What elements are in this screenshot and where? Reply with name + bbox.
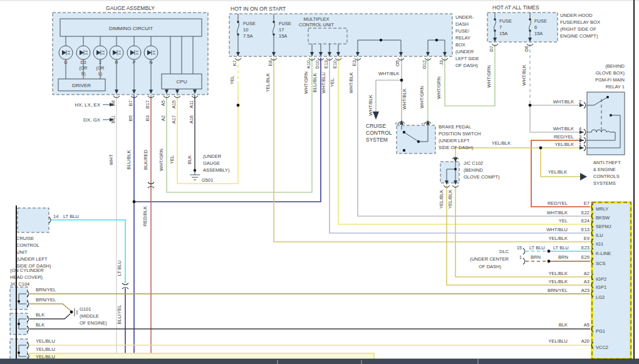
pin-label: E10 xyxy=(332,60,338,68)
fuse10-label: 7.5A xyxy=(243,33,252,39)
wire-label: WHT/BLK xyxy=(378,71,399,76)
pin-label: E3 xyxy=(351,60,357,66)
wire-yel-blk-igp xyxy=(447,186,590,285)
wiring-diagram-page: GAUGE ASSEMBLY DIMMING CIRCUIT DRIVER CP… xyxy=(0,0,639,364)
wire-lt-blu-cruise xyxy=(51,220,125,359)
antitheft-arrow xyxy=(580,173,587,180)
wire-label: WHT/BLK xyxy=(553,99,574,105)
wire-label: BLK xyxy=(187,155,192,164)
wire-label: WHT xyxy=(108,154,114,165)
wire-label: YEL/BLK xyxy=(447,190,453,209)
fuse17-label: 17 xyxy=(279,27,284,33)
dimming-circuit-label: DIMMING CIRCUIT xyxy=(109,26,153,31)
g501-note: ASSEMBLY) xyxy=(203,167,230,173)
led-label: L) xyxy=(98,71,102,76)
wire-label: WHT/BLK xyxy=(402,88,407,109)
underdash-note: LEFT SIDE xyxy=(455,56,479,61)
bottom-bar[interactable] xyxy=(0,359,639,364)
pin-label: A5 xyxy=(160,100,166,106)
pin-label: E13 xyxy=(323,60,329,68)
wire-label: YEL xyxy=(559,218,568,224)
antitheft-label: SYSTEMS xyxy=(593,180,616,186)
wire-brn-yel-lg2 xyxy=(29,294,590,311)
cruise-system-arrow xyxy=(373,112,379,120)
underhood-note: ENGINE COMPT) xyxy=(560,33,598,39)
wire-label: BRN xyxy=(558,254,568,260)
pin-label: 3 xyxy=(579,134,581,140)
ecm-terminal: PG1 xyxy=(596,328,605,334)
fuse6-label: FUSE xyxy=(534,18,547,24)
brake-switch-note: SIDE OF DASH) xyxy=(439,145,474,150)
wire-label: YEL/BLK xyxy=(549,236,568,241)
pin-label: B5 xyxy=(128,115,133,121)
pin-label: A23 xyxy=(581,288,590,293)
hot-all-title: HOT AT ALL TIMES xyxy=(492,4,539,11)
wire-label: BRN/YEL xyxy=(548,288,568,293)
wire-label: YEL/BLK xyxy=(548,169,567,175)
wire-label: BLK xyxy=(36,322,44,328)
pin-label: 4 xyxy=(579,126,581,132)
g501-ground-icon xyxy=(190,169,200,180)
dlc-label: OF DASH) xyxy=(479,264,501,269)
pin-label: 1 xyxy=(519,254,522,260)
wire-label: YEL xyxy=(169,155,175,164)
wire-wht-blk-relay-feed xyxy=(530,44,584,132)
pin-label: K10 xyxy=(306,60,311,68)
wire-label: BRN/YEL xyxy=(36,287,56,293)
wire-label: BLK/RED xyxy=(143,149,148,170)
led-label: 2 xyxy=(99,60,101,65)
led-label: R xyxy=(115,60,118,65)
ecm-terminal: MRLY xyxy=(596,206,608,212)
wire-label: BLK xyxy=(36,312,44,318)
led-label: (OR xyxy=(80,66,88,71)
wire-label: WHT/BLK xyxy=(368,95,373,115)
pin-label: E7 xyxy=(584,200,590,206)
pin-label: B17 xyxy=(145,100,150,108)
fuse7-label: 15A xyxy=(499,31,507,36)
jc-c102-label: (BEHIND xyxy=(464,167,483,173)
pin-label: B7 xyxy=(128,100,133,106)
ecm-terminal: ILU xyxy=(596,232,603,238)
wire-label: BLK xyxy=(559,322,568,328)
ecm-terminal: VCC2 xyxy=(596,345,608,350)
jc-c102-label: GLOVE COMPT) xyxy=(464,174,500,180)
pin-label: E9 xyxy=(584,236,590,241)
wire-label: LT BLU xyxy=(529,245,545,251)
relay-note: GLOVE BOX) xyxy=(596,70,625,76)
relay-note: RELAY 1 xyxy=(606,84,625,90)
fuse7-label: FUSE xyxy=(499,18,512,24)
pin-label: K7 xyxy=(232,60,237,66)
underdash-note: OF DASH) xyxy=(455,63,478,68)
pin-label: D7 xyxy=(489,46,494,52)
cruise-unit-note: UNIT xyxy=(16,249,28,255)
brake-switch-note: POSITION SWITCH xyxy=(439,131,481,137)
led-label: P xyxy=(133,60,136,65)
pin-label: E24 xyxy=(581,218,590,224)
wire-label: YEL/BLK xyxy=(555,142,574,147)
pin-label: A5 xyxy=(584,322,590,328)
pin-label: B8 xyxy=(110,100,116,106)
wire-label: YEL/BLU xyxy=(548,338,568,344)
pin-label: A2 xyxy=(160,115,166,121)
underdash-note: UNDER- xyxy=(455,14,474,20)
wire-label: BLU/BLK xyxy=(126,150,132,170)
pin-label: 14 xyxy=(53,214,58,219)
cruise-system-label: SYSTEM xyxy=(366,137,388,143)
pin-label: 15 xyxy=(517,245,522,251)
cruise-unit-note: CONTROL xyxy=(16,242,39,248)
fuse6-label: 6 xyxy=(534,24,537,30)
pin-label: D10 xyxy=(314,60,320,69)
wire-label: RED/YEL xyxy=(554,134,574,140)
ecm-terminal: IGP1 xyxy=(596,284,606,290)
underhood-note: UNDER-HOOD xyxy=(560,13,593,18)
pin-label: E29 xyxy=(581,254,590,260)
ecm-terminal: IG1 xyxy=(596,241,603,247)
wire-label: YEL xyxy=(330,78,335,87)
wire-blk-pg1 xyxy=(29,314,590,329)
g101-ground-icon xyxy=(70,308,77,316)
ecm-terminal: SCS xyxy=(596,261,605,266)
pin-label: 2 xyxy=(579,99,581,105)
pin-label: B11 xyxy=(110,115,116,123)
pin-label: A17 xyxy=(171,115,177,123)
pin-label: E8 xyxy=(268,60,273,66)
